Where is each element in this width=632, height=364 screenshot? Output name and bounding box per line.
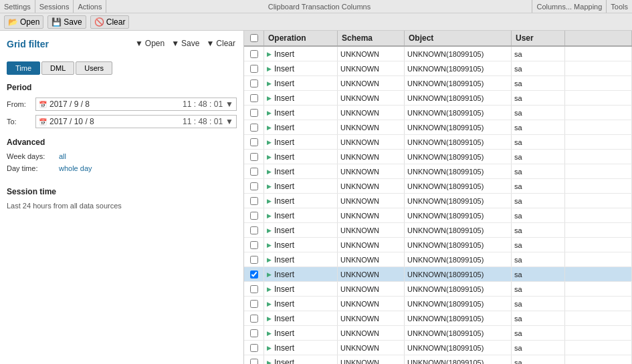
to-date-input[interactable]: 📅 2017 / 10 / 8 11 : 48 : 01 ▼: [35, 115, 237, 128]
row-checkbox[interactable]: [250, 50, 258, 58]
expand-row-icon[interactable]: ▶: [267, 95, 272, 102]
row-checkbox-cell[interactable]: [244, 311, 264, 325]
expand-row-icon[interactable]: ▶: [267, 124, 272, 131]
table-row[interactable]: ▶ Insert UNKNOWN UNKNOWN(18099105) sa: [244, 179, 632, 194]
expand-row-icon[interactable]: ▶: [267, 212, 272, 219]
row-checkbox[interactable]: [250, 153, 258, 161]
expand-row-icon[interactable]: ▶: [267, 51, 272, 57]
row-checkbox-cell[interactable]: [244, 238, 264, 252]
row-checkbox-cell[interactable]: [244, 326, 264, 340]
row-checkbox-cell[interactable]: [244, 223, 264, 237]
expand-row-icon[interactable]: ▶: [267, 168, 272, 175]
expand-row-icon[interactable]: ▶: [267, 80, 272, 87]
table-row[interactable]: ▶ Insert UNKNOWN UNKNOWN(18099105) sa: [244, 238, 632, 252]
table-row[interactable]: ▶ Insert UNKNOWN UNKNOWN(18099105) sa: [244, 282, 632, 297]
row-checkbox[interactable]: [250, 212, 258, 220]
expand-row-icon[interactable]: ▶: [267, 65, 272, 72]
save-button[interactable]: 💾 Save: [47, 15, 86, 29]
table-row[interactable]: ▶ Insert UNKNOWN UNKNOWN(18099105) sa: [244, 326, 632, 341]
row-checkbox-cell[interactable]: [244, 208, 264, 222]
row-checkbox-cell[interactable]: [244, 267, 264, 281]
header-checkbox-cell[interactable]: [244, 31, 264, 45]
table-row[interactable]: ▶ Insert UNKNOWN UNKNOWN(18099105) sa: [244, 297, 632, 311]
expand-row-icon[interactable]: ▶: [267, 271, 272, 278]
open-button[interactable]: 📂 Open: [4, 15, 43, 29]
row-checkbox[interactable]: [250, 359, 258, 365]
clear-button[interactable]: 🚫 Clear: [90, 15, 130, 29]
row-checkbox[interactable]: [250, 300, 258, 308]
expand-row-icon[interactable]: ▶: [267, 256, 272, 263]
expand-row-icon[interactable]: ▶: [267, 154, 272, 160]
row-checkbox-cell[interactable]: [244, 91, 264, 105]
table-row[interactable]: ▶ Insert UNKNOWN UNKNOWN(18099105) sa: [244, 194, 632, 208]
to-dropdown-icon[interactable]: ▼: [225, 117, 233, 126]
table-row[interactable]: ▶ Insert UNKNOWN UNKNOWN(18099105) sa: [244, 311, 632, 326]
row-checkbox[interactable]: [250, 109, 258, 117]
from-dropdown-icon[interactable]: ▼: [225, 100, 233, 109]
row-checkbox[interactable]: [250, 241, 258, 249]
row-checkbox-cell[interactable]: [244, 47, 264, 61]
expand-row-icon[interactable]: ▶: [267, 301, 272, 307]
row-checkbox-cell[interactable]: [244, 282, 264, 296]
expand-row-icon[interactable]: ▶: [267, 359, 272, 365]
filter-clear-button[interactable]: ▼ Clear: [205, 37, 237, 49]
row-checkbox-cell[interactable]: [244, 194, 264, 208]
row-checkbox[interactable]: [250, 197, 258, 205]
table-row[interactable]: ▶ Insert UNKNOWN UNKNOWN(18099105) sa: [244, 47, 632, 61]
expand-row-icon[interactable]: ▶: [267, 330, 272, 337]
tab-users[interactable]: Users: [76, 61, 112, 75]
table-row[interactable]: ▶ Insert UNKNOWN UNKNOWN(18099105) sa: [244, 164, 632, 179]
tab-dml[interactable]: DML: [41, 61, 74, 75]
row-checkbox-cell[interactable]: [244, 164, 264, 178]
row-checkbox[interactable]: [250, 329, 258, 337]
table-row[interactable]: ▶ Insert UNKNOWN UNKNOWN(18099105) sa: [244, 267, 632, 282]
header-checkbox[interactable]: [250, 34, 258, 42]
weekdays-link[interactable]: all: [59, 152, 66, 160]
row-checkbox[interactable]: [250, 65, 258, 73]
from-date-input[interactable]: 📅 2017 / 9 / 8 11 : 48 : 01 ▼: [35, 98, 237, 111]
daytime-link[interactable]: whole day: [59, 164, 92, 172]
row-checkbox[interactable]: [250, 256, 258, 264]
expand-row-icon[interactable]: ▶: [267, 315, 272, 322]
row-checkbox-cell[interactable]: [244, 120, 264, 134]
row-checkbox-cell[interactable]: [244, 61, 264, 75]
expand-row-icon[interactable]: ▶: [267, 139, 272, 146]
table-row[interactable]: ▶ Insert UNKNOWN UNKNOWN(18099105) sa: [244, 341, 632, 355]
table-row[interactable]: ▶ Insert UNKNOWN UNKNOWN(18099105) sa: [244, 223, 632, 238]
row-checkbox[interactable]: [250, 182, 258, 190]
expand-row-icon[interactable]: ▶: [267, 198, 272, 204]
row-checkbox-cell[interactable]: [244, 179, 264, 193]
row-checkbox[interactable]: [250, 138, 258, 146]
table-row[interactable]: ▶ Insert UNKNOWN UNKNOWN(18099105) sa: [244, 61, 632, 76]
table-row[interactable]: ▶ Insert UNKNOWN UNKNOWN(18099105) sa: [244, 150, 632, 164]
expand-row-icon[interactable]: ▶: [267, 286, 272, 293]
row-checkbox-cell[interactable]: [244, 297, 264, 311]
table-row[interactable]: ▶ Insert UNKNOWN UNKNOWN(18099105) sa: [244, 355, 632, 364]
expand-row-icon[interactable]: ▶: [267, 242, 272, 248]
row-checkbox-cell[interactable]: [244, 341, 264, 355]
table-row[interactable]: ▶ Insert UNKNOWN UNKNOWN(18099105) sa: [244, 208, 632, 223]
row-checkbox[interactable]: [250, 270, 258, 279]
row-checkbox[interactable]: [250, 315, 258, 323]
tab-time[interactable]: Time: [7, 61, 40, 75]
table-row[interactable]: ▶ Insert UNKNOWN UNKNOWN(18099105) sa: [244, 91, 632, 106]
row-checkbox[interactable]: [250, 226, 258, 234]
row-checkbox[interactable]: [250, 168, 258, 176]
table-row[interactable]: ▶ Insert UNKNOWN UNKNOWN(18099105) sa: [244, 135, 632, 150]
table-row[interactable]: ▶ Insert UNKNOWN UNKNOWN(18099105) sa: [244, 76, 632, 91]
row-checkbox[interactable]: [250, 79, 258, 87]
row-checkbox[interactable]: [250, 344, 258, 352]
row-checkbox-cell[interactable]: [244, 106, 264, 120]
expand-row-icon[interactable]: ▶: [267, 183, 272, 190]
row-checkbox-cell[interactable]: [244, 150, 264, 164]
row-checkbox[interactable]: [250, 124, 258, 132]
table-row[interactable]: ▶ Insert UNKNOWN UNKNOWN(18099105) sa: [244, 106, 632, 120]
expand-row-icon[interactable]: ▶: [267, 110, 272, 116]
row-checkbox-cell[interactable]: [244, 76, 264, 90]
row-checkbox[interactable]: [250, 94, 258, 102]
table-row[interactable]: ▶ Insert UNKNOWN UNKNOWN(18099105) sa: [244, 120, 632, 135]
expand-row-icon[interactable]: ▶: [267, 345, 272, 351]
row-checkbox-cell[interactable]: [244, 355, 264, 364]
row-checkbox-cell[interactable]: [244, 135, 264, 149]
row-checkbox[interactable]: [250, 285, 258, 293]
